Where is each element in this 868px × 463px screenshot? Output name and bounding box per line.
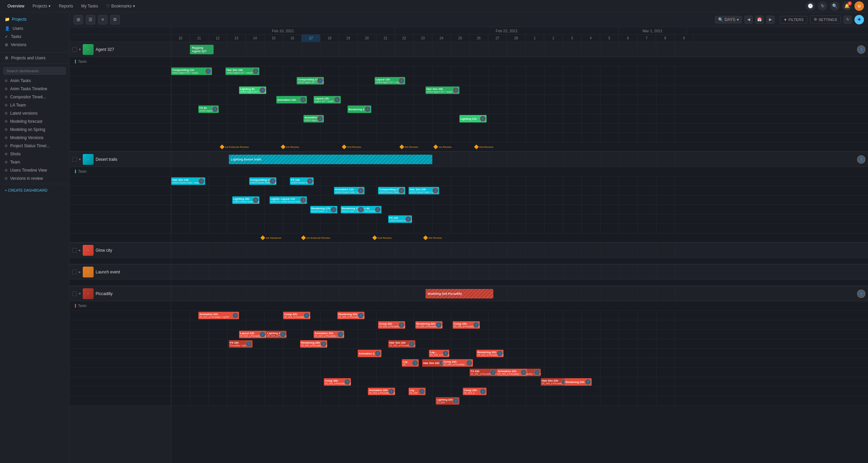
task-right-row-0-7 <box>171 133 868 142</box>
dashboard-list: Anim TasksAnim Tasks TimelineCompositor … <box>0 77 69 182</box>
sidebar-projects-section: 📁 Projects 👤 Users ✓ Tasks ⊘ Versions <box>0 12 69 51</box>
nav-bookmarks[interactable]: ♡ Bookmarks ▾ <box>103 2 138 10</box>
task-left-row-4-6 <box>70 368 171 377</box>
add-project-btn[interactable]: + <box>854 15 864 24</box>
right-project-header-0: Rigging Agent 327👤 <box>171 42 868 57</box>
nav-reports[interactable]: Reports <box>55 2 76 10</box>
task-left-row-4-3 <box>70 339 171 349</box>
right-timeline-panel[interactable]: Feb 10, 2021Feb 22, 2021Mar 1, 2021 1011… <box>171 27 868 463</box>
nav-overview[interactable]: Overview <box>4 2 28 10</box>
sidebar-divider-1 <box>0 52 69 53</box>
right-project-header-4: Modeling 20d Piccadilly👤 <box>171 286 868 301</box>
refresh-gantt-btn[interactable]: ↻ <box>844 16 852 24</box>
days-header: 1011121314151617181920212223242526272812… <box>171 35 868 42</box>
settings-btn[interactable]: ⚙ <box>110 15 120 24</box>
right-project-header-1: Lighting Desert trails👤 <box>171 152 868 167</box>
project-checkbox-4[interactable] <box>72 291 77 296</box>
top-nav-right: 🕐 ↻ 🔍 🔔 2 U <box>806 1 864 11</box>
sidebar-item-shots[interactable]: Shots <box>0 150 69 158</box>
left-project-header-2: ▸ ▪ Glow city <box>70 243 171 258</box>
sidebar-item-modeling-on-spring[interactable]: Modeling on Spring <box>0 126 69 134</box>
milestones-left-0 <box>70 142 171 152</box>
sidebar-item-users-timeline-view[interactable]: Users Timeline View <box>0 166 69 174</box>
task-left-row-0-3 <box>70 95 171 104</box>
timeline-calendar-btn[interactable]: 📅 <box>755 16 764 24</box>
task-left-row-4-8 <box>70 387 171 396</box>
nav-projects[interactable]: Projects ▾ <box>29 2 54 10</box>
view-timeline-btn[interactable]: ≡ <box>98 15 107 24</box>
sidebar-divider-3 <box>0 184 69 184</box>
task-right-row-4-0: Animation 22h05_010_a Piccadilly / sq005… <box>171 311 868 320</box>
tasks-label-0: Tasks <box>70 57 171 66</box>
days-selector[interactable]: 🔍 DAYS ▾ <box>715 16 742 23</box>
sidebar-item-compositor-timeli...[interactable]: Compositor Timeli... <box>0 93 69 101</box>
sidebar-item-project-status-timel...[interactable]: Project Status Timel... <box>0 142 69 150</box>
sidebar-item-team[interactable]: Team <box>0 158 69 166</box>
sidebar-item-modeling-forecast[interactable]: Modeling forecast <box>0 117 69 126</box>
sidebar-item-versions[interactable]: ⊘ Versions <box>0 41 69 49</box>
sidebar-item-versions-in-review[interactable]: Versions in review <box>0 174 69 182</box>
sidebar-item-projects-and-users[interactable]: ⚙ Projects and Users <box>0 54 69 62</box>
sidebar-search-input[interactable] <box>3 67 66 75</box>
timeline-next-btn[interactable]: ▶ <box>766 16 774 24</box>
project-name-0: Agent 327 <box>96 47 114 52</box>
top-nav: Overview Projects ▾ Reports My Tasks ♡ B… <box>0 0 868 12</box>
filters-btn[interactable]: ▼ FILTERS <box>780 16 807 23</box>
task-left-row-1-4 <box>70 214 171 224</box>
task-right-row-4-1: Comp 22h05_020_a Piccadilly / sq005👤Rend… <box>171 320 868 330</box>
timeline-prev-btn[interactable]: ◀ <box>745 16 753 24</box>
bell-icon[interactable]: 🔔 2 <box>842 1 852 11</box>
months-header: Feb 10, 2021Feb 22, 2021Mar 1, 2021 <box>171 27 868 35</box>
task-left-row-1-3 <box>70 205 171 214</box>
sidebar-item-anim-tasks-timeline[interactable]: Anim Tasks Timeline <box>0 85 69 93</box>
sidebar-item-latest-versions[interactable]: Latest versions <box>0 109 69 117</box>
task-right-row-0-6 <box>171 123 868 133</box>
search-icon[interactable]: 🔍 <box>830 1 840 11</box>
nav-my-tasks[interactable]: My Tasks <box>78 2 101 10</box>
sidebar-item-users[interactable]: 👤 Users <box>0 24 69 33</box>
left-project-header-1: ▾ ▪ Desert trails <box>70 152 171 167</box>
task-right-row-4-9: Lighting 22h05_018👤 <box>171 396 868 406</box>
right-rows-container: Rigging Agent 327👤Compositing 11hsh003 A… <box>171 42 868 406</box>
left-project-header-3: ▸ ▪ Launch event <box>70 265 171 279</box>
task-right-row-1-4: FX 12hsh003 Desert trails / seq01👤 <box>171 214 868 224</box>
main-content: ⊞ ☰ ≡ ⚙ 🔍 DAYS ▾ ◀ 📅 ▶ ▼ FILTERS <box>70 12 868 463</box>
right-project-header-3 <box>171 265 868 279</box>
task-left-row-4-7 <box>70 377 171 387</box>
task-left-row-4-9 <box>70 396 171 406</box>
task-left-row-0-5 <box>70 114 171 123</box>
task-right-row-0-2: Hair Sim 33hsh003 Agent 327 / seq02👤Ligh… <box>171 85 868 95</box>
task-left-row-4-1 <box>70 320 171 330</box>
task-left-row-0-6 <box>70 123 171 133</box>
task-left-row-1-0 <box>70 176 171 186</box>
project-checkbox-1[interactable] <box>72 157 77 162</box>
project-checkbox-0[interactable] <box>72 47 77 52</box>
sidebar-item-la-team[interactable]: LA Team <box>0 101 69 109</box>
sidebar-item-tasks[interactable]: ✓ Tasks <box>0 33 69 41</box>
task-right-row-4-8: Animation 18h05_018_a Piccadilly / sq005… <box>171 387 868 396</box>
task-right-row-4-5: Lay_05👤Hair Sim 22h👤Comp 24h05_040_a Pic… <box>171 358 868 368</box>
user-avatar[interactable]: U <box>854 1 864 11</box>
task-left-row-1-2 <box>70 195 171 205</box>
task-left-row-0-7 <box>70 133 171 142</box>
view-grid-btn[interactable]: ⊞ <box>74 15 83 24</box>
tasks-label-right-0 <box>171 57 868 66</box>
create-dashboard-btn[interactable]: + CREATE DASHBOARD <box>0 186 69 195</box>
project-thumb-1: ▪ <box>83 154 94 165</box>
task-left-row-4-0 <box>70 311 171 320</box>
view-list-btn[interactable]: ☰ <box>86 15 95 24</box>
task-left-row-0-0 <box>70 66 171 76</box>
tasks-label-4: Tasks <box>70 301 171 311</box>
project-thumb-4: ▪ <box>83 288 94 299</box>
refresh-icon[interactable]: ↻ <box>818 1 827 11</box>
gantt-settings-btn[interactable]: ⚙ SETTINGS <box>810 16 841 23</box>
clock-icon[interactable]: 🕐 <box>806 1 815 11</box>
left-project-header-4: ▾ ▪ Piccadilly <box>70 286 171 301</box>
task-left-row-0-2 <box>70 85 171 95</box>
project-checkbox-2[interactable] <box>72 248 77 253</box>
sidebar-item-modeling-versions[interactable]: Modeling Versions <box>0 134 69 142</box>
task-right-row-1-3: Rendering 17hDesert trails / s...👤FX 4hs… <box>171 205 868 214</box>
project-thumb-2: ▪ <box>83 245 94 256</box>
project-checkbox-3[interactable] <box>72 270 77 274</box>
sidebar-item-anim-tasks[interactable]: Anim Tasks <box>0 77 69 85</box>
